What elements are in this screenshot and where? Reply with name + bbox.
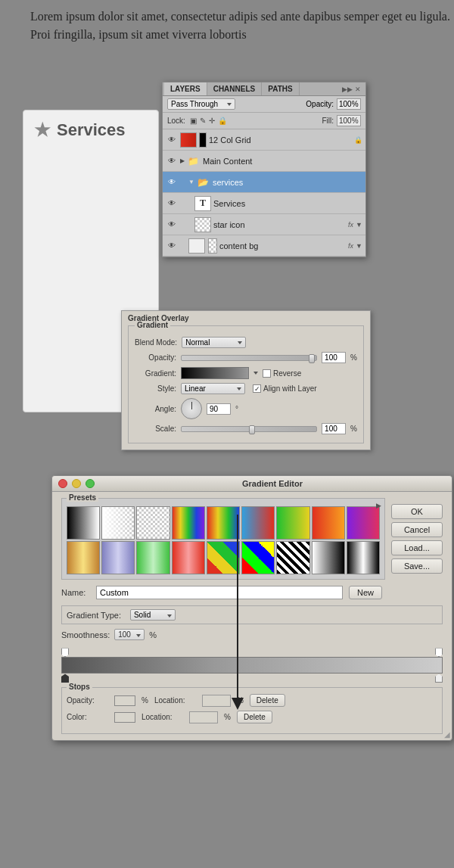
preset-13[interactable] [172, 541, 205, 574]
go-align-label: Align with Layer [263, 384, 317, 393]
tab-paths[interactable]: PATHS [262, 82, 299, 95]
preset-12[interactable] [136, 541, 169, 574]
go-scale-pct: % [350, 425, 357, 433]
ge-type-arrow [167, 611, 172, 619]
load-button[interactable]: Load... [391, 540, 443, 555]
layer-row-12colgrid[interactable]: 👁 12 Col Grid 🔒 [163, 129, 365, 151]
ge-gradient-bar[interactable] [61, 657, 443, 674]
layer-mask-12colgrid [199, 132, 207, 148]
ge-name-input[interactable]: Custom [96, 586, 343, 599]
go-scale-thumb[interactable] [249, 425, 255, 434]
ge-stops-section-label: Stops [67, 683, 92, 691]
go-opacity-thumb[interactable] [309, 354, 315, 363]
lock-transparent-icon[interactable]: ▣ [190, 117, 197, 125]
visibility-icon-services[interactable]: 👁 [166, 176, 178, 188]
go-scale-input[interactable] [322, 423, 346, 434]
go-opacity-label: Opacity: [135, 353, 176, 362]
preset-4[interactable] [172, 506, 205, 540]
ge-gradient-type-select[interactable]: Solid [130, 609, 176, 621]
visibility-icon-content-bg[interactable]: 👁 [166, 240, 178, 252]
minimize-button[interactable] [72, 479, 81, 488]
ge-color-stop-left[interactable] [61, 674, 69, 683]
go-angle-deg: ° [235, 405, 238, 413]
ge-color-swatch[interactable] [114, 712, 135, 723]
go-angle-knob[interactable] [181, 398, 202, 419]
tab-layers[interactable]: LAYERS [164, 82, 207, 95]
blend-mode-arrow [227, 101, 232, 107]
go-scale-slider[interactable] [181, 426, 317, 432]
preset-2[interactable] [101, 506, 135, 540]
layer-thumb-content-bg-2 [208, 238, 217, 254]
visibility-icon-12colgrid[interactable]: 👁 [166, 134, 178, 146]
maximize-button[interactable] [86, 479, 95, 488]
ok-button[interactable]: OK [391, 504, 443, 519]
fx-arrow-star: ▼ [356, 221, 362, 229]
preset-1[interactable] [67, 506, 100, 540]
ge-opacity-loc-input[interactable] [202, 695, 231, 707]
preset-8[interactable] [312, 506, 345, 540]
ge-smoothness-label: Smoothness: [61, 630, 110, 639]
ge-gradient-type-value: Solid [134, 611, 151, 619]
preset-15[interactable] [241, 541, 275, 574]
go-style-select[interactable]: Linear [181, 383, 245, 394]
ge-new-button[interactable]: New [349, 586, 382, 599]
ge-color-loc-input[interactable] [189, 711, 218, 723]
lock-icons: ▣ ✎ ✛ 🔒 [190, 117, 227, 125]
go-align-checkbox[interactable]: ✓ [253, 384, 261, 393]
ge-opacity-stop-pct: % [141, 696, 148, 705]
ge-opacity-delete-btn[interactable]: Delete [250, 694, 285, 707]
go-angle-input[interactable] [207, 403, 231, 415]
preset-18[interactable] [347, 541, 380, 574]
go-reverse-checkbox[interactable] [263, 369, 271, 378]
layer-name-12colgrid: 12 Col Grid [209, 135, 352, 145]
tab-channels[interactable]: CHANNELS [207, 82, 263, 95]
lock-image-icon[interactable]: ✎ [200, 117, 206, 125]
visibility-icon-star-icon[interactable]: 👁 [166, 219, 178, 231]
layer-row-main-content[interactable]: 👁 ▶ 📁 Main Content [163, 151, 365, 172]
ge-resize-handle[interactable]: ◢ [444, 730, 450, 739]
lock-position-icon[interactable]: ✛ [209, 117, 215, 125]
layer-row-services[interactable]: 👁 ▼ 📂 services [163, 172, 365, 193]
preset-10[interactable] [67, 541, 100, 574]
preset-7[interactable] [276, 506, 309, 540]
close-button[interactable] [58, 479, 67, 488]
blend-mode-select[interactable]: Pass Through [167, 98, 235, 110]
ge-color-stop-right[interactable] [435, 674, 443, 683]
ge-opacity-stop-right[interactable] [435, 648, 443, 657]
preset-5[interactable] [207, 506, 240, 540]
preset-3[interactable] [136, 506, 169, 540]
ge-title: Gradient Editor [99, 479, 446, 488]
go-style-label: Style: [135, 384, 176, 393]
ge-opacity-stop-left[interactable] [61, 648, 69, 657]
go-gradient-preview[interactable] [181, 367, 249, 379]
go-opacity-input[interactable]: 100 [322, 352, 346, 363]
cancel-button[interactable]: Cancel [391, 522, 443, 537]
go-blend-select[interactable]: Normal [182, 337, 246, 348]
visibility-icon-services-text[interactable]: 👁 [166, 198, 178, 210]
opacity-label: Opacity: [306, 100, 334, 108]
preset-9[interactable] [347, 506, 380, 540]
lock-all-icon[interactable]: 🔒 [218, 117, 227, 125]
save-button[interactable]: Save... [391, 558, 443, 574]
ge-presets-and-buttons: Presets ▶ [61, 498, 443, 586]
ge-smoothness-select[interactable]: 100 [114, 629, 145, 640]
go-blend-value: Normal [185, 338, 210, 347]
ge-presets-arrow[interactable]: ▶ [376, 502, 381, 509]
preset-6[interactable] [241, 506, 275, 540]
layers-tabs-bar: LAYERS CHANNELS PATHS ▶▶ ✕ [163, 82, 365, 96]
go-style-value: Linear [185, 384, 206, 393]
layer-row-services-text[interactable]: 👁 T Services [163, 193, 365, 214]
preset-11[interactable] [101, 541, 135, 574]
layer-name-services: services [213, 178, 362, 187]
visibility-icon-main-content[interactable]: 👁 [166, 155, 178, 167]
layer-row-star-icon[interactable]: 👁 star icon fx ▼ [163, 214, 365, 235]
ge-opacity-swatch[interactable] [114, 695, 135, 706]
preset-16[interactable] [276, 541, 309, 574]
preset-14[interactable] [207, 541, 240, 574]
ge-type-row: Gradient Type: Solid [61, 605, 443, 624]
layer-row-content-bg[interactable]: 👁 content bg fx ▼ [163, 235, 365, 257]
go-gradient-arrow[interactable] [253, 370, 258, 377]
go-opacity-slider[interactable] [181, 355, 317, 361]
preset-17[interactable] [312, 541, 345, 574]
ge-color-delete-btn[interactable]: Delete [237, 711, 272, 723]
